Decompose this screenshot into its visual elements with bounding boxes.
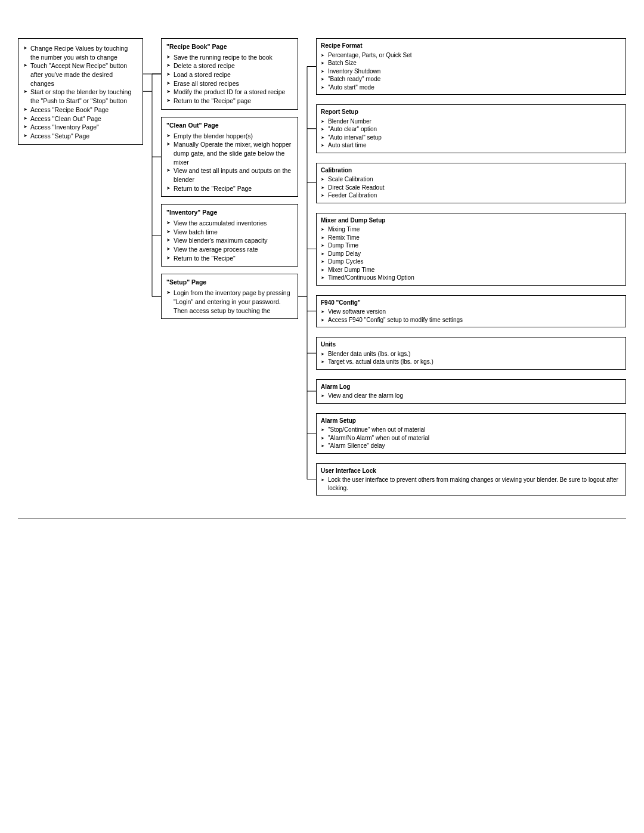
col3-item: Dump Time xyxy=(321,241,621,250)
recipe-page-item: Access "Clean Out" Page xyxy=(23,114,138,123)
col3-list-ui-lock: Lock the user interface to prevent other… xyxy=(321,476,621,492)
col3-item: Timed/Continuous Mixing Option xyxy=(321,274,621,282)
col3-item: Target vs. actual data units (lbs. or kg… xyxy=(321,358,621,366)
col3-box-ui-lock: User Interface LockLock the user interfa… xyxy=(316,463,626,496)
col3-item: Mixing Time xyxy=(321,225,621,234)
col3-list-alarm-log: View and clear the alarm log xyxy=(321,392,621,400)
col3-item: Batch Size xyxy=(321,59,621,67)
col2-item: Empty the blender hopper(s) xyxy=(166,132,293,141)
col3-item: Blender Number xyxy=(321,117,621,126)
col3-item: Scale Calibration xyxy=(321,175,621,184)
col3-item: "Alarm/No Alarm" when out of material xyxy=(321,434,621,442)
recipe-page-list: Change Recipe Values by touching the num… xyxy=(23,44,138,141)
col2-container: "Recipe Book" PageSave the running recip… xyxy=(161,38,298,500)
col3-title-calibration: Calibration xyxy=(321,166,621,175)
col3-box-report-setup: Report SetupBlender Number"Auto clear" o… xyxy=(316,104,626,153)
col1-col2-connector xyxy=(143,38,161,500)
col3-item: Remix Time xyxy=(321,234,621,242)
recipe-page-item: Access "Inventory Page" xyxy=(23,123,138,132)
col2-item: Return to the "Recipe" xyxy=(166,254,293,263)
col3-item: "Alarm Silence" delay xyxy=(321,442,621,450)
col3-item: Mixer Dump Time xyxy=(321,266,621,274)
col2-box-recipe-book: "Recipe Book" PageSave the running recip… xyxy=(161,38,298,110)
col3-item: "Auto clear" option xyxy=(321,125,621,134)
col3-list-report-setup: Blender Number"Auto clear" option"Auto i… xyxy=(321,117,621,150)
col3-title-report-setup: Report Setup xyxy=(321,108,621,116)
recipe-page-item: Touch "Accept New Recipe" button after y… xyxy=(23,61,138,88)
col3-item: "Auto start" mode xyxy=(321,83,621,92)
col2-item: Login from the inventory page by pressin… xyxy=(166,289,293,315)
col3-title-alarm-setup: Alarm Setup xyxy=(321,417,621,425)
col2-title-setup: "Setup" Page xyxy=(166,278,293,287)
col2-item: View and test all inputs and outputs on … xyxy=(166,166,293,184)
col2-list-clean-out: Empty the blender hopper(s)Manually Oper… xyxy=(166,132,293,193)
footer xyxy=(18,518,626,522)
col3-list-mixer-dump: Mixing TimeRemix TimeDump TimeDump Delay… xyxy=(321,225,621,282)
recipe-page-box: Change Recipe Values by touching the num… xyxy=(18,38,143,145)
col3-container: Recipe FormatPercentage, Parts, or Quick… xyxy=(316,38,626,500)
connector-svg-1 xyxy=(143,38,161,500)
col3-title-mixer-dump: Mixer and Dump Setup xyxy=(321,216,621,225)
col3-title-recipe-format: Recipe Format xyxy=(321,42,621,50)
col2-item: Manually Operate the mixer, weigh hopper… xyxy=(166,140,293,166)
col2-box-inventory: "Inventory" PageView the accumulated inv… xyxy=(161,204,298,267)
col2-item: View batch time xyxy=(166,228,293,237)
col2-list-recipe-book: Save the running recipe to the bookDelet… xyxy=(166,53,293,106)
col2-item: View blender's maximum capacity xyxy=(166,236,293,245)
col2-item: Delete a stored recipe xyxy=(166,61,293,70)
recipe-page-item: Change Recipe Values by touching the num… xyxy=(23,44,138,61)
col2-item: Modify the product ID for a stored recip… xyxy=(166,88,293,97)
col3-item: Feeder Calibration xyxy=(321,191,621,200)
col3-item: Dump Cycles xyxy=(321,258,621,266)
col3-item: Dump Delay xyxy=(321,250,621,258)
recipe-page-item: Access "Recipe Book" Page xyxy=(23,106,138,114)
col3-list-f940-config: View software versionAccess F940 "Config… xyxy=(321,308,621,324)
col3-box-calibration: CalibrationScale CalibrationDirect Scale… xyxy=(316,163,626,203)
col3-box-f940-config: F940 "Config"View software versionAccess… xyxy=(316,295,626,328)
col3-box-mixer-dump: Mixer and Dump SetupMixing TimeRemix Tim… xyxy=(316,213,626,286)
col3-title-f940-config: F940 "Config" xyxy=(321,299,621,307)
col3-box-alarm-log: Alarm LogView and clear the alarm log xyxy=(316,379,626,404)
col3-item: "Batch ready" mode xyxy=(321,75,621,83)
col2-col3-connector xyxy=(298,38,316,500)
col3-item: Lock the user interface to prevent other… xyxy=(321,476,621,492)
col3-item: "Auto interval" setup xyxy=(321,134,621,142)
col2-list-inventory: View the accumulated inventoriesView bat… xyxy=(166,219,293,262)
col2-title-inventory: "Inventory" Page xyxy=(166,208,293,217)
col3-item: Auto start time xyxy=(321,141,621,150)
col2-item: Erase all stored recipes xyxy=(166,79,293,88)
col3-box-recipe-format: Recipe FormatPercentage, Parts, or Quick… xyxy=(316,38,626,95)
col2-list-setup: Login from the inventory page by pressin… xyxy=(166,289,293,315)
col3-box-alarm-setup: Alarm Setup"Stop/Continue" when out of m… xyxy=(316,413,626,454)
col3-title-alarm-log: Alarm Log xyxy=(321,383,621,391)
col2-item: View the accumulated inventories xyxy=(166,219,293,228)
col3-item: Direct Scale Readout xyxy=(321,184,621,192)
col2-title-clean-out: "Clean Out" Page xyxy=(166,121,293,130)
col3-item: Blender data units (lbs. or kgs.) xyxy=(321,350,621,358)
col1-container: Change Recipe Values by touching the num… xyxy=(18,38,143,500)
col3-item: View software version xyxy=(321,308,621,316)
col3-list-recipe-format: Percentage, Parts, or Quick SetBatch Siz… xyxy=(321,51,621,92)
col2-item: Return to the "Recipe" Page xyxy=(166,184,293,193)
col2-title-recipe-book: "Recipe Book" Page xyxy=(166,42,293,51)
col2-item: Load a stored recipe xyxy=(166,70,293,79)
col3-list-alarm-setup: "Stop/Continue" when out of material"Ala… xyxy=(321,426,621,450)
col3-item: "Stop/Continue" when out of material xyxy=(321,426,621,434)
col2-item: Return to the "Recipe" page xyxy=(166,97,293,106)
col3-title-ui-lock: User Interface Lock xyxy=(321,467,621,475)
diagram: Change Recipe Values by touching the num… xyxy=(18,38,626,500)
col3-item: Percentage, Parts, or Quick Set xyxy=(321,51,621,60)
col3-item: Inventory Shutdown xyxy=(321,67,621,76)
col3-box-units: UnitsBlender data units (lbs. or kgs.)Ta… xyxy=(316,337,626,370)
col2-item: Save the running recipe to the book xyxy=(166,53,293,62)
col2-box-clean-out: "Clean Out" PageEmpty the blender hopper… xyxy=(161,117,298,197)
recipe-page-item: Start or stop the blender by touching th… xyxy=(23,88,138,105)
col3-item: View and clear the alarm log xyxy=(321,392,621,400)
col3-list-units: Blender data units (lbs. or kgs.)Target … xyxy=(321,350,621,366)
col2-item: View the average process rate xyxy=(166,245,293,254)
col2-box-setup: "Setup" PageLogin from the inventory pag… xyxy=(161,274,298,319)
col3-item: Access F940 "Config" setup to modify tim… xyxy=(321,316,621,324)
col3-list-calibration: Scale CalibrationDirect Scale ReadoutFee… xyxy=(321,175,621,200)
recipe-page-item: Access "Setup" Page xyxy=(23,132,138,141)
col3-title-units: Units xyxy=(321,340,621,349)
